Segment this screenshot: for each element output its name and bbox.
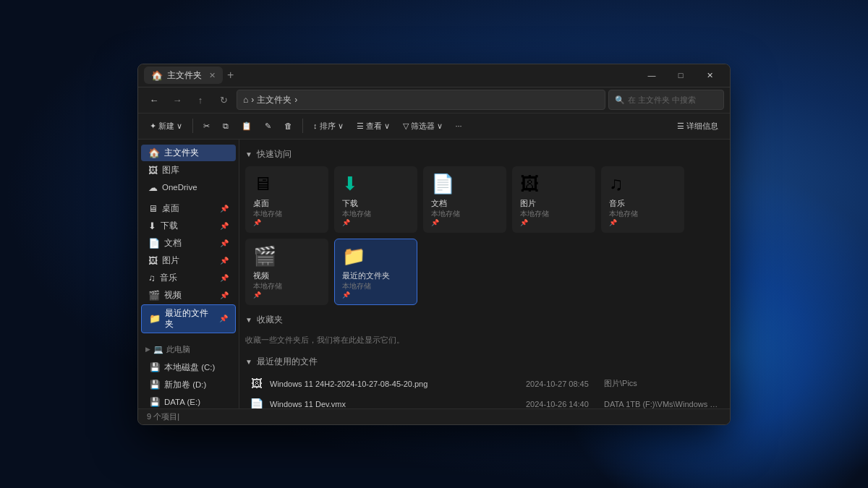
folder-tile-pics[interactable]: 🖼 图片 本地存储 📌 (512, 166, 595, 233)
home-icon: ⌂ (243, 95, 248, 105)
videos-tile-name: 视频 (253, 270, 269, 281)
music-pin: 📌 (220, 274, 229, 282)
new-tab-btn[interactable]: + (227, 69, 234, 82)
sidebar-downloads-label: 下载 (161, 221, 178, 231)
sidebar-group-thispc[interactable]: ▶ 💻 此电脑 (141, 341, 236, 358)
rename-btn[interactable]: ✎ (259, 116, 277, 135)
current-path: 主文件夹 (257, 94, 292, 106)
file-row-0[interactable]: 🖼 Windows 11 24H2-2024-10-27-08-45-20.pn… (245, 374, 724, 394)
copy-btn[interactable]: ⧉ (217, 116, 234, 135)
folder-tile-videos[interactable]: 🎬 视频 本地存储 📌 (245, 239, 328, 305)
cut-btn[interactable]: ✂ (197, 116, 216, 135)
content-area: ▼ 快速访问 🖥 桌面 本地存储 📌 ⬇ 下载 本地存储 📌 (239, 140, 730, 408)
rename-icon: ✎ (265, 121, 271, 131)
back-btn[interactable]: ← (144, 90, 164, 110)
collections-header[interactable]: ▼ 收藏夹 (245, 314, 724, 326)
details-label: 详细信息 (686, 121, 718, 132)
sidebar-item-drive-e[interactable]: 💾 DATA (E:) (141, 394, 236, 408)
downloads-tile-pin: 📌 (342, 219, 350, 226)
nav-bar: ← → ↑ ↻ ⌂ › 主文件夹 › 🔍 在 主文件夹 中搜索 (138, 87, 730, 114)
recent-files-header[interactable]: ▼ 最近使用的文件 (245, 356, 724, 368)
desktop-tile-type: 本地存储 (253, 209, 282, 219)
pics-tile-type: 本地存储 (520, 209, 549, 219)
up-btn[interactable]: ↑ (190, 90, 210, 110)
file-icon-1: 📄 (250, 398, 264, 408)
downloads-tile-icon: ⬇ (342, 173, 358, 195)
item-count: 9 个项目 (147, 411, 177, 422)
docs-tile-type: 本地存储 (431, 209, 460, 219)
view-icon: ☰ (357, 121, 364, 131)
cut-icon: ✂ (203, 121, 210, 131)
sidebar-item-videos[interactable]: 🎬 视频 📌 (141, 287, 236, 304)
music-tile-type: 本地存储 (609, 209, 638, 219)
window-controls: — □ ✕ (637, 64, 724, 87)
copy-icon: ⧉ (223, 121, 229, 131)
file-row-1[interactable]: 📄 Windows 11 Dev.vmx 2024-10-26 14:40 DA… (245, 394, 724, 408)
home-sidebar-icon: 🏠 (148, 147, 160, 158)
folder-tile-docs[interactable]: 📄 文档 本地存储 📌 (423, 166, 506, 233)
maximize-btn[interactable]: □ (666, 64, 695, 87)
docs-tile-name: 文档 (431, 198, 447, 209)
search-bar[interactable]: 🔍 在 主文件夹 中搜索 (608, 90, 724, 110)
collections-empty-text: 收藏一些文件夹后，我们将在此处显示它们。 (245, 332, 724, 348)
forward-btn[interactable]: → (167, 90, 187, 110)
folder-tile-desktop[interactable]: 🖥 桌面 本地存储 📌 (245, 166, 328, 233)
details-btn[interactable]: ☰ 详细信息 (671, 116, 724, 135)
more-btn[interactable]: ··· (450, 116, 468, 135)
sidebar-videos-label: 视频 (164, 290, 182, 301)
quick-access-grid: 🖥 桌面 本地存储 📌 ⬇ 下载 本地存储 📌 📄 文档 本地存储 (245, 166, 724, 305)
sidebar-item-home[interactable]: 🏠 主文件夹 (141, 145, 236, 161)
quick-access-header[interactable]: ▼ 快速访问 (245, 148, 724, 160)
sidebar-item-onedrive[interactable]: ☁ OneDrive (141, 179, 236, 196)
sort-arrow: ∨ (338, 121, 344, 131)
details-icon: ☰ (677, 121, 684, 131)
quick-access-chevron: ▼ (245, 150, 252, 158)
new-icon: ✦ (150, 121, 156, 131)
sidebar-onedrive-label: OneDrive (162, 183, 197, 192)
filter-btn[interactable]: ▽ 筛选器 ∨ (397, 116, 448, 135)
paste-icon: 📋 (242, 121, 252, 131)
pics-tile-name: 图片 (520, 198, 536, 209)
file-date-0: 2024-10-27 08:45 (526, 380, 598, 388)
sidebar-item-gallery[interactable]: 🖼 图库 (141, 162, 236, 179)
status-bar: 9 个项目 | (138, 408, 730, 424)
recent-icon: 📁 (149, 313, 161, 324)
sidebar-item-music[interactable]: ♫ 音乐 📌 (141, 270, 236, 286)
view-btn[interactable]: ☰ 查看 ∨ (351, 116, 396, 135)
sort-btn[interactable]: ↕ 排序 ∨ (307, 116, 349, 135)
sidebar-item-pics[interactable]: 🖼 图片 📌 (141, 252, 236, 269)
tab-close-btn[interactable]: ✕ (209, 71, 216, 80)
refresh-btn[interactable]: ↻ (213, 90, 234, 110)
folder-tile-music[interactable]: ♫ 音乐 本地存储 📌 (601, 166, 684, 233)
drive-c-icon: 💾 (150, 362, 160, 372)
delete-btn[interactable]: 🗑 (278, 116, 298, 135)
address-bar[interactable]: ⌂ › 主文件夹 › (237, 90, 605, 110)
recent-pin: 📌 (219, 314, 228, 322)
sidebar-item-drive-c[interactable]: 💾 本地磁盘 (C:) (141, 359, 236, 376)
recent-tile-pin: 📌 (342, 291, 350, 299)
tab-home-icon: 🏠 (151, 70, 163, 81)
recent-files-chevron: ▼ (245, 358, 252, 366)
recent-tile-icon: 📁 (342, 245, 365, 267)
close-btn[interactable]: ✕ (695, 64, 724, 87)
sidebar-item-drive-d[interactable]: 💾 新加卷 (D:) (141, 377, 236, 393)
collections-section: 收藏一些文件夹后，我们将在此处显示它们。 (245, 332, 724, 348)
sidebar-item-recent[interactable]: 📁 最近的文件夹 📌 (141, 304, 236, 333)
sidebar-recent-label: 最近的文件夹 (165, 308, 215, 330)
window-tab[interactable]: 🏠 主文件夹 ✕ (144, 67, 223, 84)
minimize-btn[interactable]: — (637, 64, 666, 87)
downloads-pin: 📌 (220, 222, 229, 230)
sidebar-item-docs[interactable]: 📄 文档 📌 (141, 235, 236, 252)
thispc-chevron: ▶ (145, 346, 150, 353)
file-location-0: 图片\Pics (604, 378, 720, 389)
folder-tile-downloads[interactable]: ⬇ 下载 本地存储 📌 (334, 166, 417, 233)
paste-btn[interactable]: 📋 (236, 116, 258, 135)
file-list: 🖼 Windows 11 24H2-2024-10-27-08-45-20.pn… (245, 374, 724, 408)
folder-tile-recent[interactable]: 📁 最近的文件夹 本地存储 📌 (334, 239, 417, 305)
sidebar-item-desktop[interactable]: 🖥 桌面 📌 (141, 200, 236, 217)
sidebar-item-downloads[interactable]: ⬇ 下载 📌 (141, 218, 236, 234)
new-label: 新建 (158, 121, 174, 132)
music-icon: ♫ (148, 273, 156, 283)
new-arrow: ∨ (176, 121, 182, 131)
new-btn[interactable]: ✦ 新建 ∨ (144, 116, 188, 135)
